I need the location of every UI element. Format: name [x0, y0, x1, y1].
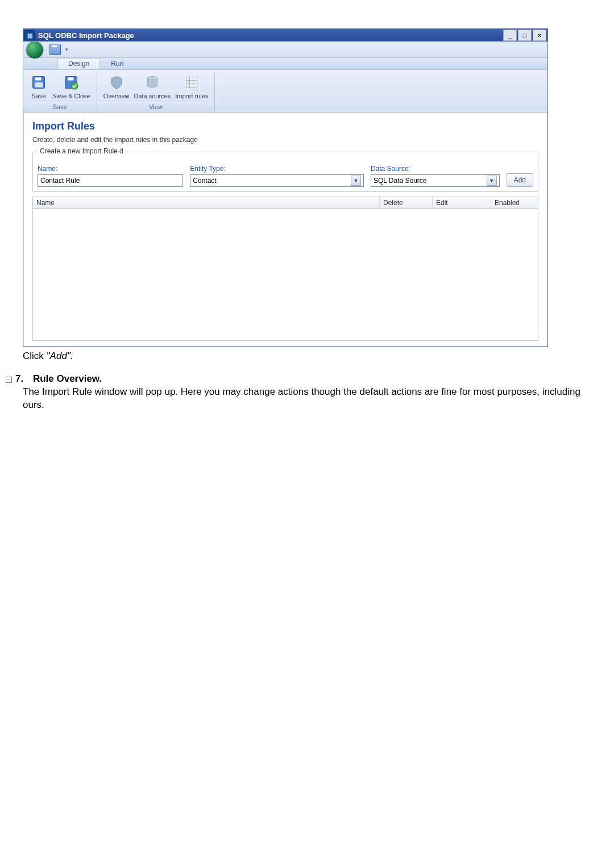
ribbon-group-label: View	[97, 102, 215, 112]
add-button[interactable]: Add	[507, 173, 533, 187]
app-window: ▦ SQL ODBC Import Package _ □ × ▾ Design…	[23, 28, 548, 347]
save-close-button[interactable]: Save & Close	[51, 73, 92, 99]
ribbon-tabs: Design Run	[23, 58, 547, 70]
shield-icon	[107, 73, 126, 91]
app-icon: ▦	[24, 30, 35, 40]
col-name[interactable]: Name	[33, 197, 380, 208]
import-rules-button[interactable]: Import rules	[173, 73, 210, 99]
svg-rect-2	[35, 82, 43, 87]
chevron-down-icon: ▼	[351, 176, 361, 186]
label-name: Name:	[38, 165, 183, 173]
tab-run[interactable]: Run	[100, 58, 134, 69]
content-area: Import Rules Create, delete and edit the…	[23, 112, 547, 347]
ribbon-group-save: Save Save & Close Save	[23, 72, 97, 112]
save-close-icon	[62, 73, 80, 91]
data-sources-button[interactable]: Data sources	[132, 73, 173, 99]
ribbon-group-label: Save	[23, 102, 97, 112]
quick-access-toolbar: ▾	[23, 41, 547, 58]
data-source-select[interactable]: SQL Data Source ▼	[371, 174, 500, 187]
step-body: The Import Rule window will pop up. Here…	[23, 386, 591, 412]
col-enabled[interactable]: Enabled	[491, 197, 538, 208]
svg-point-5	[71, 82, 78, 89]
save-button[interactable]: Save	[28, 73, 49, 99]
label-data-source: Data Source:	[371, 165, 500, 173]
label-entity-type: Entity Type:	[190, 165, 364, 173]
page-subtitle: Create, delete and edit the import rules…	[32, 136, 538, 144]
overview-button[interactable]: Overview	[102, 73, 131, 99]
maximize-button[interactable]: □	[518, 30, 532, 41]
collapse-icon[interactable]: −	[6, 377, 12, 383]
rules-grid: Name Delete Edit Enabled	[32, 197, 538, 341]
entity-type-select[interactable]: Contact ▼	[190, 174, 364, 187]
database-icon	[143, 73, 161, 91]
svg-rect-4	[68, 77, 74, 80]
col-edit[interactable]: Edit	[433, 197, 491, 208]
col-delete[interactable]: Delete	[380, 197, 433, 208]
chevron-down-icon: ▼	[487, 176, 497, 186]
minimize-button[interactable]: _	[503, 30, 517, 41]
title-bar: ▦ SQL ODBC Import Package _ □ ×	[23, 29, 547, 41]
grid-icon	[182, 73, 201, 91]
step-heading: − 7. Rule Overview.	[6, 373, 591, 385]
create-rule-group: Create a new Import Rule d Name: Contact…	[32, 152, 538, 192]
svg-rect-7	[186, 77, 197, 87]
window-title: SQL ODBC Import Package	[38, 31, 134, 40]
page-title: Import Rules	[32, 120, 538, 132]
office-orb[interactable]	[26, 41, 44, 59]
tab-design[interactable]: Design	[57, 58, 100, 69]
name-input[interactable]: Contact Rule	[38, 174, 183, 187]
svg-rect-1	[35, 77, 42, 80]
close-button[interactable]: ×	[533, 30, 546, 41]
ribbon-group-view: Overview Data sources Import rules	[97, 72, 215, 112]
ribbon: Save Save & Close Save	[23, 70, 547, 112]
qat-save-icon[interactable]	[49, 44, 61, 55]
group-legend: Create a new Import Rule d	[38, 147, 126, 155]
grid-header: Name Delete Edit Enabled	[33, 197, 538, 209]
qat-customize-icon[interactable]: ▾	[63, 47, 70, 52]
save-icon	[30, 73, 48, 91]
screenshot-caption: Click "Add".	[23, 350, 591, 362]
